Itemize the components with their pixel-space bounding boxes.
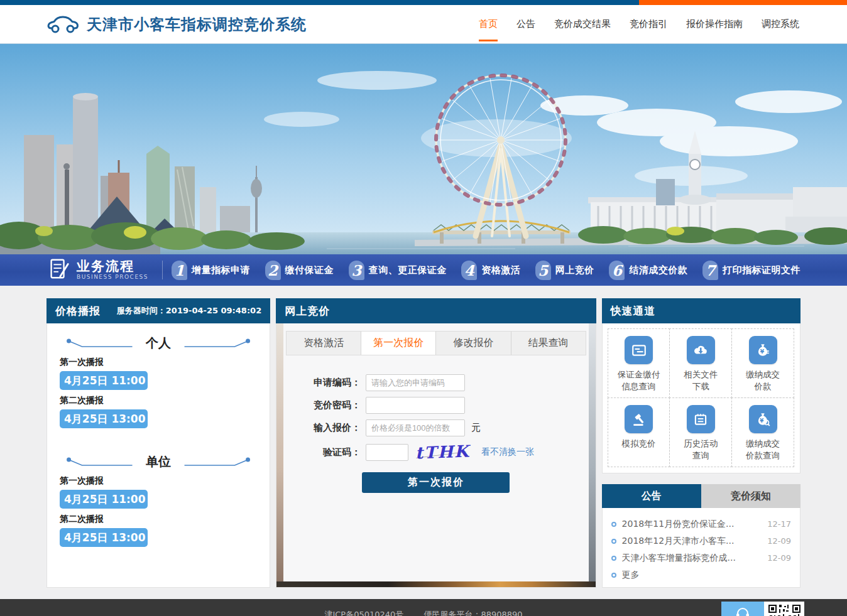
captcha-image[interactable]: tTHK xyxy=(411,442,474,462)
step-7-number: 7 xyxy=(702,261,718,280)
personal-second-broadcast-time: 4月25日 13:00 xyxy=(60,409,148,428)
step-3: 3查询、更正保证金 xyxy=(349,261,447,280)
captcha-input[interactable] xyxy=(366,444,408,461)
server-time-value: 2019-04-25 09:48:02 xyxy=(166,306,261,315)
headset-icon xyxy=(735,606,751,616)
captcha-text: tTHK xyxy=(415,441,470,462)
quick-item-pay-query[interactable]: ¥ 缴纳成交 价款查询 xyxy=(731,397,794,467)
bidding-form-area: 资格激活 第一次报价 修改报价 结果查询 申请编码： 竞价密码： xyxy=(283,323,588,581)
step-3-number: 3 xyxy=(349,261,364,280)
tianjin-skyline-image xyxy=(0,44,847,254)
clipboard-pen-icon xyxy=(46,257,70,283)
personal-section-title: 个人 xyxy=(139,335,177,352)
quick-label: 相关文件 xyxy=(684,369,718,381)
tab-first-quote[interactable]: 第一次报价 xyxy=(361,332,436,355)
deposit-info-icon xyxy=(625,336,653,364)
step-1-number: 1 xyxy=(172,261,187,280)
service-hotline: 便民服务平台：88908890 xyxy=(424,610,522,616)
step-5: 5网上竞价 xyxy=(535,261,594,280)
hero-banner xyxy=(0,44,847,254)
quick-item-pay-price[interactable]: ¥ 缴纳成交 价款 xyxy=(731,328,794,398)
nav-quote-manual[interactable]: 报价操作指南 xyxy=(685,14,744,34)
quote-price-label: 输入报价： xyxy=(301,422,361,434)
nav-bid-guide[interactable]: 竞价指引 xyxy=(628,14,669,34)
quick-label: 模拟竞价 xyxy=(622,438,656,450)
unit-second-broadcast-time: 4月25日 13:00 xyxy=(60,528,148,547)
background-photo-edge xyxy=(276,323,283,587)
unit-section-header: 单位 xyxy=(60,453,257,470)
bullet-icon xyxy=(611,522,616,527)
notice-more-label: 更多 xyxy=(622,570,791,581)
notice-item-title: 2018年11月份竞价保证金... xyxy=(622,519,763,530)
step-5-label: 网上竞价 xyxy=(555,264,594,276)
nav-control-system[interactable]: 调控系统 xyxy=(760,14,801,34)
price-panel-title: 价格播报 xyxy=(55,304,101,318)
site-logo: 天津市小客车指标调控竞价系统 xyxy=(46,12,307,37)
quick-label: 价款 xyxy=(755,381,772,392)
tab-result-query[interactable]: 结果查询 xyxy=(511,332,586,355)
quick-label: 保证金缴付 xyxy=(618,369,660,381)
decor-line-left xyxy=(60,338,139,349)
history-icon xyxy=(687,405,715,433)
step-7-label: 打印指标证明文件 xyxy=(723,264,801,276)
quick-item-file-download[interactable]: 相关文件 下载 xyxy=(669,328,732,398)
tab-bidding-instructions[interactable]: 竞价须知 xyxy=(701,484,801,508)
unit-first-broadcast-label: 第一次播报 xyxy=(60,475,257,487)
personal-first-broadcast-time: 4月25日 11:00 xyxy=(60,371,148,390)
page: 天津市小客车指标调控竞价系统 首页 公告 竞价成交结果 竞价指引 报价操作指南 … xyxy=(0,0,847,616)
nav-announcements[interactable]: 公告 xyxy=(515,14,537,34)
top-color-bar xyxy=(0,0,847,5)
tab-modify-quote[interactable]: 修改报价 xyxy=(436,332,511,355)
quick-item-mock-bidding[interactable]: 模拟竞价 xyxy=(608,397,670,467)
server-time: 服务器时间：2019-04-25 09:48:02 xyxy=(117,305,261,316)
step-7: 7打印指标证明文件 xyxy=(702,261,801,280)
business-process-title: 业务流程 xyxy=(77,259,148,273)
nav-bid-results[interactable]: 竞价成交结果 xyxy=(553,14,612,34)
quick-channel-grid: 保证金缴付 信息查询 相关文件 下载 ¥ 缴纳成交 xyxy=(602,323,801,473)
notice-item[interactable]: 2018年11月份竞价保证金... 12-17 xyxy=(611,516,791,532)
step-2-label: 缴付保证金 xyxy=(285,264,334,276)
nav-home[interactable]: 首页 xyxy=(478,14,499,34)
tab-qualification-activate[interactable]: 资格激活 xyxy=(287,332,361,355)
unit-first-broadcast-time: 4月25日 11:00 xyxy=(60,490,148,509)
car-icon xyxy=(46,12,79,37)
step-4: 4资格激活 xyxy=(461,261,520,280)
captcha-label: 验证码： xyxy=(301,446,361,458)
step-6-label: 结清成交价款 xyxy=(629,264,687,276)
application-code-input[interactable] xyxy=(366,374,465,391)
online-service-widget[interactable]: 在线客服 xyxy=(721,602,804,616)
notice-more[interactable]: 更多 xyxy=(611,566,791,583)
tab-announcements[interactable]: 公告 xyxy=(602,484,701,508)
decor-line-left xyxy=(60,457,139,468)
notice-item[interactable]: 2018年12月天津市小客车... 12-09 xyxy=(611,532,791,549)
price-panel-header: 价格播报 服务器时间：2019-04-25 09:48:02 xyxy=(46,298,270,323)
personal-section-header: 个人 xyxy=(60,335,257,352)
notice-item-title: 天津小客车增量指标竞价成... xyxy=(622,553,763,564)
footer: 津ICP备05010240号 便民服务平台：88908890 竞价组织机构：天津… xyxy=(0,599,847,616)
quick-item-deposit-info[interactable]: 保证金缴付 信息查询 xyxy=(608,328,670,398)
bullet-icon xyxy=(611,556,616,561)
footer-line-1: 津ICP备05010240号 便民服务平台：88908890 xyxy=(0,607,847,616)
quick-channel-panel: 快速通道 保证金缴付 信息查询 相关文件 xyxy=(602,298,801,473)
quick-item-history-query[interactable]: 历史活动 查询 xyxy=(669,397,732,467)
quick-label: 查询 xyxy=(692,450,709,462)
quote-price-input[interactable] xyxy=(366,419,465,436)
step-4-label: 资格激活 xyxy=(481,264,520,276)
divider xyxy=(162,261,163,279)
bid-password-input[interactable] xyxy=(366,397,465,414)
background-photo-strip xyxy=(276,581,595,587)
process-steps: 1增量指标申请 2缴付保证金 3查询、更正保证金 4资格激活 5网上竞价 6结清… xyxy=(172,261,801,280)
first-quote-submit-button[interactable]: 第一次报价 xyxy=(362,472,510,493)
notice-item[interactable]: 天津小客车增量指标竞价成... 12-09 xyxy=(611,549,791,566)
online-bidding-panel: 网上竞价 资格激活 第一次报价 修改报价 结果查询 申请编码： xyxy=(276,298,596,588)
server-time-label: 服务器时间： xyxy=(117,306,166,315)
quick-label: 缴纳成交 xyxy=(746,438,780,450)
bidding-panel-title: 网上竞价 xyxy=(285,304,330,318)
personal-first-broadcast-label: 第一次播报 xyxy=(60,357,257,368)
personal-second-broadcast-label: 第二次播报 xyxy=(60,395,257,406)
bullet-icon xyxy=(611,573,616,578)
online-service-button[interactable]: 在线客服 xyxy=(721,602,764,616)
step-2-number: 2 xyxy=(265,261,281,280)
captcha-refresh-link[interactable]: 看不清换一张 xyxy=(481,446,534,458)
unit-second-broadcast-label: 第二次播报 xyxy=(60,514,257,525)
